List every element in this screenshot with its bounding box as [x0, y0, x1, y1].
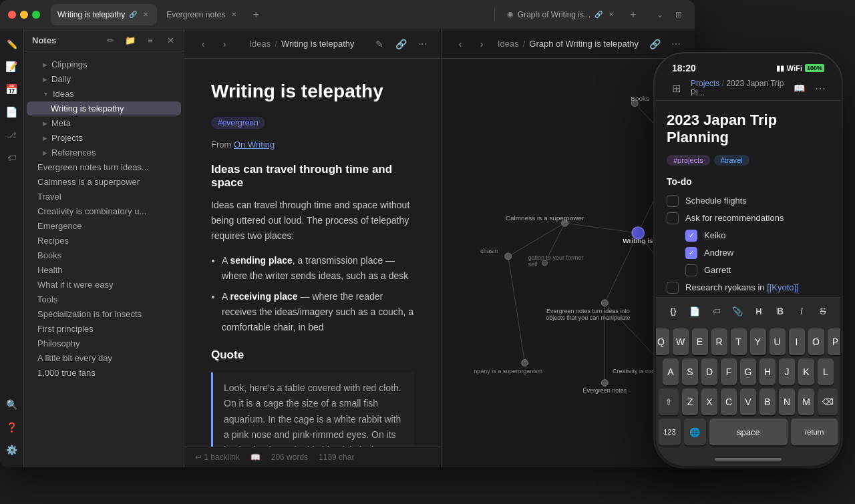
close-sidebar-icon[interactable]: ✕ [162, 32, 178, 48]
sidebar-item-daily[interactable]: ▶ Daily [27, 72, 181, 86]
list-icon[interactable]: ≡ [142, 32, 158, 48]
minimize-button[interactable] [20, 11, 28, 19]
file-icon[interactable]: 📄 [3, 103, 21, 121]
fullscreen-button[interactable] [32, 11, 40, 19]
sidebar-item-true-fans[interactable]: 1,000 true fans [27, 366, 181, 380]
shift-key[interactable]: ⇧ [659, 389, 679, 415]
key-c[interactable]: C [721, 389, 737, 415]
tab-writing-telepathy[interactable]: Writing is telepathy 🔗 ✕ [51, 4, 157, 25]
key-z[interactable]: Z [682, 389, 698, 415]
tag-icon[interactable]: 🏷 [3, 148, 21, 167]
italic-icon[interactable]: I [795, 302, 808, 320]
key-x[interactable]: X [701, 389, 717, 415]
git-icon[interactable]: ⎇ [3, 125, 21, 144]
heading-icon[interactable]: H [752, 302, 765, 320]
sidebar-item-recipes[interactable]: Recipes [27, 234, 181, 248]
todo-checkbox[interactable] [667, 195, 679, 207]
forward-button[interactable]: › [216, 36, 232, 52]
key-s[interactable]: S [682, 358, 698, 385]
sidebar-item-creativity[interactable]: Creativity is combinatory u... [27, 204, 181, 218]
settings-icon[interactable]: ⚙️ [3, 441, 21, 459]
todo-checkbox[interactable] [667, 212, 679, 224]
key-i[interactable]: I [789, 328, 805, 355]
key-e[interactable]: E [692, 328, 708, 355]
key-w[interactable]: W [673, 328, 689, 355]
key-m[interactable]: M [798, 389, 814, 415]
tag-icon[interactable]: 🏷 [709, 302, 723, 320]
key-g[interactable]: G [740, 358, 756, 385]
brackets-icon[interactable]: {} [667, 302, 680, 320]
strikethrough-icon[interactable]: S [816, 302, 830, 320]
sidebar-item-references[interactable]: ▶ References [27, 146, 181, 160]
help-icon[interactable]: ❓ [3, 418, 21, 437]
tab-close-btn[interactable]: ✕ [141, 10, 150, 19]
key-f[interactable]: F [721, 358, 737, 385]
tab-evergreen-notes[interactable]: Evergreen notes ✕ [160, 4, 245, 25]
graph-link-icon[interactable]: 🔗 [647, 36, 663, 52]
key-p[interactable]: P [828, 328, 841, 355]
wikilink[interactable]: [[Kyoto]] [767, 282, 799, 292]
sidebar-item-tools[interactable]: Tools [27, 292, 181, 306]
phone-book-icon[interactable]: 📖 [790, 79, 808, 97]
tab-close-btn[interactable]: ✕ [229, 10, 238, 19]
backspace-key[interactable]: ⌫ [818, 389, 838, 415]
tab-graph[interactable]: ◉ Graph of Writing is... 🔗 ✕ [500, 4, 623, 25]
key-b[interactable]: B [759, 389, 776, 415]
bold-icon[interactable]: B [774, 302, 787, 320]
add-tab-button[interactable]: + [248, 7, 264, 23]
sidebar-item-health[interactable]: Health [27, 263, 181, 277]
more-icon[interactable]: ⋯ [414, 36, 430, 52]
key-q[interactable]: Q [656, 328, 669, 355]
sidebar-item-clippings[interactable]: ▶ Clippings [27, 57, 181, 71]
numbers-key[interactable]: 123 [659, 419, 681, 445]
key-j[interactable]: J [779, 358, 795, 385]
todo-checkbox[interactable] [667, 282, 679, 294]
phone-more-icon[interactable]: ⋯ [811, 79, 830, 97]
sidebar-item-writing-telepathy[interactable]: Writing is telepathy [27, 101, 181, 115]
add-tab-button-2[interactable]: + [625, 7, 641, 23]
backlinks-count[interactable]: ↩ 1 backlink [195, 453, 240, 462]
sidebar-item-first-principles[interactable]: First principles [27, 322, 181, 336]
chevron-down-btn[interactable]: ⌄ [652, 7, 668, 23]
key-d[interactable]: D [701, 358, 717, 385]
todo-item-andrew[interactable]: Andrew [667, 247, 830, 259]
return-key[interactable]: return [791, 419, 838, 445]
key-y[interactable]: Y [750, 328, 766, 355]
phone-tag-travel[interactable]: #travel [714, 155, 749, 166]
calendar-icon[interactable]: 📅 [3, 80, 21, 99]
key-o[interactable]: O [808, 328, 824, 355]
todo-item-keiko[interactable]: Keiko [667, 230, 830, 242]
key-h[interactable]: H [759, 358, 776, 385]
sidebar-item-books[interactable]: Books [27, 248, 181, 262]
graph-forward-btn[interactable]: › [474, 36, 490, 52]
space-key[interactable]: space [709, 419, 788, 445]
from-link[interactable]: On Writing [234, 140, 275, 150]
sidebar-item-what-if[interactable]: What if it were easy [27, 278, 181, 292]
folder-icon[interactable]: 📁 [122, 32, 138, 48]
graph-back-btn[interactable]: ‹ [452, 36, 468, 52]
emoji-key[interactable]: 🌐 [684, 419, 706, 445]
sidebar-item-little-every-day[interactable]: A little bit every day [27, 351, 181, 365]
graph-more-icon[interactable]: ⋯ [668, 36, 684, 52]
phone-tag-projects[interactable]: #projects [667, 155, 710, 166]
attachment-icon[interactable]: 📎 [731, 302, 744, 320]
key-n[interactable]: N [779, 389, 795, 415]
link-icon[interactable]: 🔗 [393, 36, 409, 52]
todo-checkbox[interactable] [685, 230, 697, 242]
sidebar-item-evergreen-notes[interactable]: Evergreen notes turn ideas... [27, 160, 181, 174]
search-icon[interactable]: 🔍 [3, 395, 21, 414]
sidebar-item-ideas[interactable]: ▼ Ideas [27, 87, 181, 101]
back-button[interactable]: ‹ [195, 36, 211, 52]
sidebar-item-meta[interactable]: ▶ Meta [27, 116, 181, 130]
doc-icon[interactable]: 📄 [688, 302, 701, 320]
todo-item-garrett[interactable]: Garrett [667, 264, 830, 276]
sidebar-item-emergence[interactable]: Emergence [27, 219, 181, 233]
edit-icon[interactable]: ✎ [371, 36, 387, 52]
note-tag[interactable]: #evergreen [211, 117, 265, 129]
todo-checkbox[interactable] [685, 247, 697, 259]
todo-item-ask-recommendations[interactable]: Ask for recommendations [667, 212, 830, 224]
key-a[interactable]: A [663, 358, 679, 385]
key-l[interactable]: L [818, 358, 834, 385]
sidebar-item-travel[interactable]: Travel [27, 190, 181, 204]
sidebar-toggle-btn[interactable]: ⊞ [671, 7, 687, 23]
